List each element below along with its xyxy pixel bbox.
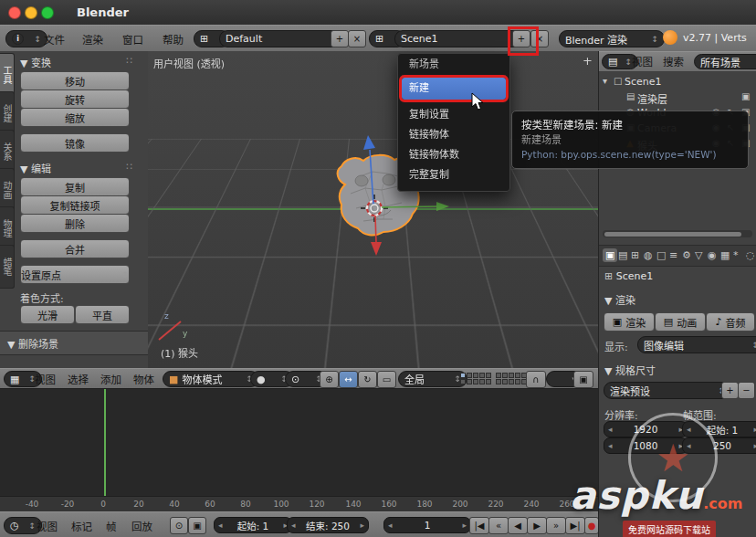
zoom-window-button[interactable]	[41, 6, 54, 19]
jump-start-button[interactable]: |◀	[469, 517, 489, 534]
rotate-manipulator-button[interactable]: ↻	[358, 371, 377, 388]
menu-object[interactable]: 物体	[128, 369, 160, 389]
layout-add-button[interactable]: +	[331, 30, 349, 47]
menu-select[interactable]: 选择	[62, 369, 94, 389]
preset-remove-button[interactable]: −	[738, 382, 755, 399]
timeline-ruler[interactable]: -40 -20 0 20 40 60 80 100 120 140 160 18…	[0, 496, 598, 512]
layout-delete-button[interactable]: ×	[348, 30, 366, 47]
scrollbar-thumb[interactable]	[604, 232, 741, 237]
rotate-button[interactable]: 旋转	[20, 90, 130, 109]
record-button[interactable]: ●	[584, 517, 599, 534]
menu-item-link-objects[interactable]: 链接物体	[402, 125, 506, 145]
shade-smooth-button[interactable]: 光滑	[20, 305, 75, 324]
current-frame-indicator[interactable]	[104, 389, 106, 497]
current-frame-field[interactable]: ◂ 1 ▸	[383, 517, 471, 533]
delete-button[interactable]: 删除	[20, 214, 130, 233]
tab-particles-icon[interactable]: *	[730, 248, 741, 262]
menu-outliner-view[interactable]: 视图	[626, 51, 658, 71]
resolution-x-field[interactable]: ◂ 1920 ▸	[604, 421, 688, 437]
duplicate-button[interactable]: 复制	[20, 177, 130, 196]
outliner-row-renderlayer[interactable]: ▤ 渲染层 ▣	[599, 90, 756, 105]
translate-manipulator-button[interactable]: ↔	[339, 371, 358, 388]
frame-end-prop-field[interactable]: ◂ 250 ▸	[682, 437, 756, 454]
render-engine-select[interactable]: Blender 渲染 ↕	[559, 30, 665, 47]
render-toggle-icon[interactable]: ▣	[741, 91, 750, 101]
layout-name-field[interactable]: Default	[219, 30, 341, 47]
render-still-button[interactable]: ▣ 渲染	[604, 312, 655, 332]
menu-item-full-copy[interactable]: 完整复制	[402, 165, 506, 185]
menu-outliner-search[interactable]: 搜索	[657, 51, 689, 71]
manipulator-toggle-button[interactable]: ⊕	[320, 371, 339, 388]
menu-tl-view[interactable]: 视图	[31, 516, 63, 536]
minimize-window-button[interactable]	[25, 6, 37, 19]
menu-window[interactable]: 窗口	[117, 29, 149, 49]
scale-manipulator-button[interactable]: ▭	[377, 371, 396, 388]
tab-constraints-icon[interactable]: ≡	[667, 248, 680, 262]
outliner-filter-select[interactable]: 所有场景	[694, 54, 756, 69]
close-window-button[interactable]	[8, 6, 21, 19]
mode-select[interactable]: ■ 物体模式 ↕	[163, 371, 259, 387]
render-preset-select[interactable]: 渲染预设 ↕	[604, 382, 731, 399]
decrement-icon[interactable]: ◂	[687, 425, 691, 434]
keying-set-button[interactable]: ▣	[188, 517, 206, 534]
jump-end-button[interactable]: ▶|	[565, 517, 585, 534]
menu-item-link-objdata[interactable]: 链接物体数	[402, 145, 506, 165]
panel-header-dimensions[interactable]: ▼ 规格尺寸	[604, 363, 656, 377]
tab-scene-icon[interactable]: ⊞	[628, 248, 642, 262]
decrement-icon[interactable]: ◂	[687, 441, 691, 450]
menu-view[interactable]: 视图	[29, 369, 61, 389]
layers-widget[interactable]	[460, 373, 527, 384]
preview-range-toggle[interactable]: ⊙	[170, 517, 188, 534]
menu-help[interactable]: 帮助	[157, 29, 189, 49]
prev-keyframe-button[interactable]: «	[488, 517, 509, 534]
tab-data-icon[interactable]: ▽	[692, 248, 705, 262]
play-reverse-button[interactable]: ◀	[508, 517, 528, 534]
opengl-render-button[interactable]: ▣	[573, 371, 593, 388]
shade-flat-button[interactable]: 平直	[75, 305, 130, 324]
frame-end-field[interactable]: ◂ 结束: 250 ▸	[287, 517, 369, 533]
tool-tab-create[interactable]: 创建	[0, 91, 15, 135]
expander-icon[interactable]: ▾	[603, 76, 607, 86]
tool-tab-animation[interactable]: 动画	[0, 168, 15, 212]
menu-tl-marker[interactable]: 标记	[66, 516, 98, 536]
snap-toggle-button[interactable]: ∩	[526, 371, 546, 388]
tool-tab-grease[interactable]: 蜡笔	[0, 245, 15, 289]
increment-icon[interactable]: ▸	[462, 521, 467, 530]
decrement-icon[interactable]: ◂	[608, 441, 613, 450]
viewport-3d[interactable]: 用户视图 (透视) + y z (1) 猴头	[148, 51, 598, 368]
menu-file[interactable]: 文件	[38, 29, 70, 49]
menu-render[interactable]: 渲染	[77, 29, 109, 49]
join-button[interactable]: 合并	[20, 239, 130, 258]
frame-start-prop-field[interactable]: ◂ 起始: 1 ▸	[682, 421, 756, 437]
scene-name-field[interactable]: Scene1	[394, 30, 522, 47]
panel-header-render[interactable]: ▼ 渲染	[604, 292, 635, 307]
menu-item-new[interactable]: 新建	[402, 78, 506, 100]
render-animation-button[interactable]: ▤ 动画	[655, 312, 706, 332]
tool-tab-physics[interactable]: 物理	[0, 206, 15, 250]
resolution-y-field[interactable]: ◂ 1080 ▸	[604, 437, 688, 454]
tab-physics-icon[interactable]: ◌	[743, 248, 756, 262]
mirror-button[interactable]: 镜像	[20, 133, 130, 153]
panel-header-edit[interactable]: ▼ 编辑	[20, 161, 51, 175]
menu-add[interactable]: 添加	[95, 369, 127, 389]
preset-add-button[interactable]: +	[721, 382, 739, 399]
outliner-hscrollbar[interactable]	[603, 230, 752, 237]
frame-start-field[interactable]: ◂ 起始: 1 ▸	[214, 517, 292, 533]
play-button[interactable]: ▶	[527, 517, 547, 534]
decrement-icon[interactable]: ◂	[218, 521, 223, 530]
menu-item-copy-settings[interactable]: 复制设置	[402, 105, 506, 125]
panel-header-transform[interactable]: ▼ 变换	[20, 55, 51, 69]
duplicate-linked-button[interactable]: 复制链接项	[20, 195, 130, 215]
translate-button[interactable]: 移动	[20, 71, 130, 90]
set-origin-dropdown[interactable]: 设置原点 ↕	[20, 265, 130, 284]
render-audio-button[interactable]: ♪ 音频	[706, 312, 755, 332]
display-mode-select[interactable]: 图像编辑 ↕	[637, 336, 756, 353]
decrement-icon[interactable]: ◂	[608, 425, 613, 434]
timeline-editor[interactable]	[0, 388, 598, 497]
increment-icon[interactable]: ▸	[360, 521, 364, 530]
tool-tab-relations[interactable]: 关系	[0, 130, 15, 174]
orientation-select[interactable]: 全局 ↕	[398, 371, 467, 387]
decrement-icon[interactable]: ◂	[291, 521, 296, 530]
tool-tab-tools[interactable]: 工具	[0, 53, 15, 97]
next-keyframe-button[interactable]: »	[546, 517, 566, 534]
